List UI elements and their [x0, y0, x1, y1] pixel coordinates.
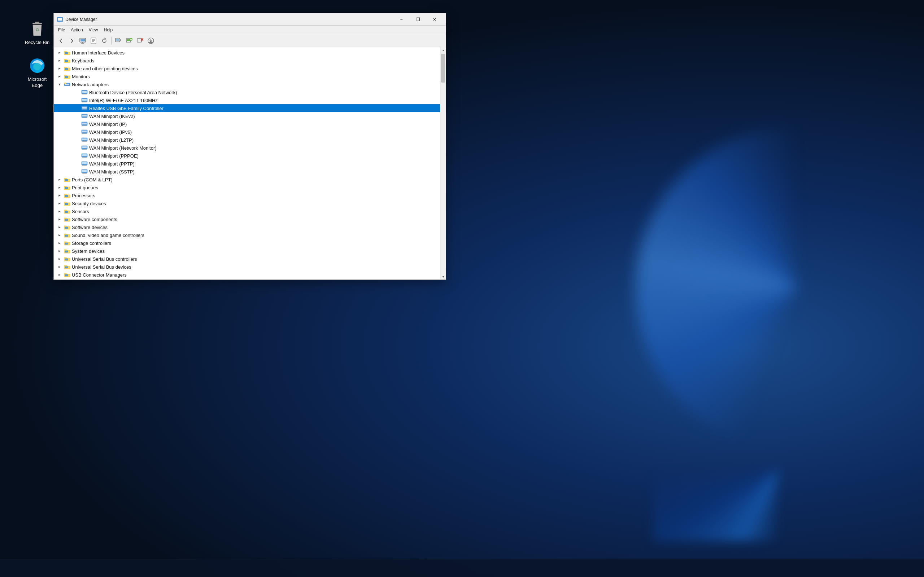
expand-arrow-mice[interactable]: ►	[57, 66, 63, 71]
expand-arrow-sensors[interactable]: ►	[57, 208, 63, 214]
expand-arrow-realtek[interactable]	[74, 105, 80, 111]
taskbar	[0, 559, 924, 577]
scroll-track[interactable]	[440, 53, 446, 274]
svg-rect-58	[82, 139, 87, 140]
expand-arrow-storage-controllers[interactable]: ►	[57, 240, 63, 246]
item-icon-wan-netmon	[81, 145, 88, 151]
expand-arrow-intel-wifi[interactable]	[74, 97, 80, 103]
expand-arrow-processors[interactable]: ►	[57, 193, 63, 198]
scan-button[interactable]	[113, 36, 123, 46]
svg-rect-82	[65, 259, 68, 260]
item-label-software-devices: Software devices	[72, 225, 108, 230]
refresh-button[interactable]	[99, 36, 109, 46]
tree-item-network-adapters[interactable]: ▼ Network adapters	[54, 81, 440, 89]
title-bar: Device Manager − ❒ ✕	[54, 13, 446, 26]
tree-item-system-devices[interactable]: ► System devices	[54, 247, 440, 255]
back-button[interactable]	[56, 36, 66, 46]
expand-arrow-usb-connector[interactable]: ►	[57, 272, 63, 278]
tree-item-wan-sstp[interactable]: WAN Miniport (SSTP)	[54, 168, 440, 176]
scrollbar[interactable]: ▲ ▼	[440, 47, 446, 279]
expand-arrow-wan-ipv6[interactable]	[74, 129, 80, 135]
expand-arrow-wan-ikev2[interactable]	[74, 113, 80, 119]
tree-item-wan-pppoe[interactable]: WAN Miniport (PPPOE)	[54, 152, 440, 160]
expand-arrow-keyboards[interactable]: ►	[57, 58, 63, 63]
tree-item-wan-netmon[interactable]: WAN Miniport (Network Monitor)	[54, 144, 440, 152]
tree-item-intel-wifi[interactable]: Intel(R) Wi-Fi 6E AX211 160MHz	[54, 96, 440, 104]
expand-arrow-wan-netmon[interactable]	[74, 145, 80, 151]
recycle-bin-icon[interactable]: ♻ Recycle Bin	[21, 17, 53, 49]
tree-item-realtek[interactable]: Realtek USB GbE Family Controller	[54, 104, 440, 112]
forward-button[interactable]	[67, 36, 77, 46]
add-button[interactable]	[124, 36, 134, 46]
tree-item-mice[interactable]: ► Mice and other pointing devices	[54, 64, 440, 73]
restore-button[interactable]: ❒	[410, 13, 426, 26]
tree-item-human-interface[interactable]: ► Human Interface Devices	[54, 49, 440, 56]
expand-arrow-print-queues[interactable]: ►	[57, 185, 63, 190]
tree-item-storage-controllers[interactable]: ► Storage controllers	[54, 239, 440, 247]
tree-item-ports[interactable]: ► Ports (COM & LPT)	[54, 176, 440, 184]
tree-item-wan-ip[interactable]: WAN Miniport (IP)	[54, 120, 440, 128]
content-area: ► Human Interface Devices► Keyboards► Mi…	[54, 47, 446, 279]
expand-arrow-monitors[interactable]: ►	[57, 74, 63, 79]
computer-button[interactable]	[78, 36, 88, 46]
tree-item-sensors[interactable]: ► Sensors	[54, 207, 440, 215]
tree-item-wan-ipv6[interactable]: WAN Miniport (IPv6)	[54, 128, 440, 136]
download-button[interactable]	[146, 36, 156, 46]
tree-item-usb-devices[interactable]: ► Universal Serial Bus devices	[54, 263, 440, 271]
tree-item-monitors[interactable]: ► Monitors	[54, 73, 440, 81]
tree-item-usb-connector[interactable]: ► USB Connector Managers	[54, 271, 440, 279]
edge-icon[interactable]: MicrosoftEdge	[21, 54, 53, 92]
expand-arrow-bluetooth[interactable]	[74, 89, 80, 95]
close-button[interactable]: ✕	[426, 13, 443, 26]
svg-rect-5	[58, 18, 62, 21]
expand-arrow-ports[interactable]: ►	[57, 177, 63, 182]
tree-item-usb-controllers[interactable]: ► Universal Serial Bus controllers	[54, 255, 440, 263]
menu-view[interactable]: View	[86, 27, 101, 33]
expand-arrow-security-devices[interactable]: ►	[57, 200, 63, 206]
expand-arrow-wan-pptp[interactable]	[74, 161, 80, 167]
expand-arrow-human-interface[interactable]: ►	[57, 50, 63, 56]
menu-file[interactable]: File	[55, 27, 68, 33]
item-icon-usb-controllers	[64, 256, 70, 262]
tree-item-bluetooth[interactable]: Bluetooth Device (Personal Area Network)	[54, 89, 440, 96]
item-label-realtek: Realtek USB GbE Family Controller	[89, 106, 163, 111]
tree-item-wan-pptp[interactable]: WAN Miniport (PPTP)	[54, 160, 440, 168]
expand-arrow-wan-ip[interactable]	[74, 121, 80, 127]
tree-item-sound-video[interactable]: ► Sound, video and game controllers	[54, 231, 440, 239]
svg-rect-8	[59, 21, 61, 22]
expand-arrow-wan-sstp[interactable]	[74, 169, 80, 174]
tree-item-wan-ikev2[interactable]: WAN Miniport (IKEv2)	[54, 112, 440, 120]
expand-arrow-system-devices[interactable]: ►	[57, 248, 63, 254]
menu-help[interactable]: Help	[101, 27, 116, 33]
tree-view[interactable]: ► Human Interface Devices► Keyboards► Mi…	[54, 47, 440, 279]
scroll-down-button[interactable]: ▼	[440, 274, 446, 279]
expand-arrow-usb-devices[interactable]: ►	[57, 264, 63, 270]
tree-item-keyboards[interactable]: ► Keyboards	[54, 56, 440, 64]
expand-arrow-software-devices[interactable]: ►	[57, 224, 63, 230]
expand-arrow-sound-video[interactable]: ►	[57, 232, 63, 238]
svg-rect-79	[65, 235, 68, 237]
tree-item-software-devices[interactable]: ► Software devices	[54, 223, 440, 231]
item-icon-wan-ikev2	[81, 113, 88, 119]
svg-rect-18	[116, 39, 119, 41]
svg-rect-80	[65, 243, 68, 245]
expand-arrow-software-components[interactable]: ►	[57, 216, 63, 222]
expand-arrow-wan-l2tp[interactable]	[74, 137, 80, 143]
svg-rect-37	[65, 84, 69, 85]
expand-arrow-network-adapters[interactable]: ▼	[57, 82, 63, 87]
properties-button[interactable]	[89, 36, 99, 46]
tree-item-print-queues[interactable]: ► Print queues	[54, 184, 440, 192]
expand-arrow-usb-controllers[interactable]: ►	[57, 256, 63, 262]
tree-item-software-components[interactable]: ► Software components	[54, 215, 440, 223]
tree-item-processors[interactable]: ► Processors	[54, 192, 440, 200]
scroll-up-button[interactable]: ▲	[440, 47, 446, 53]
tree-item-security-devices[interactable]: ► Security devices	[54, 200, 440, 207]
menu-action[interactable]: Action	[68, 27, 86, 33]
minimize-button[interactable]: −	[393, 13, 410, 26]
scroll-thumb[interactable]	[441, 54, 445, 82]
item-icon-intel-wifi	[81, 97, 88, 103]
expand-arrow-wan-pppoe[interactable]	[74, 153, 80, 159]
tree-item-wan-l2tp[interactable]: WAN Miniport (L2TP)	[54, 136, 440, 144]
svg-rect-35	[65, 76, 68, 78]
remove-button[interactable]	[135, 36, 145, 46]
